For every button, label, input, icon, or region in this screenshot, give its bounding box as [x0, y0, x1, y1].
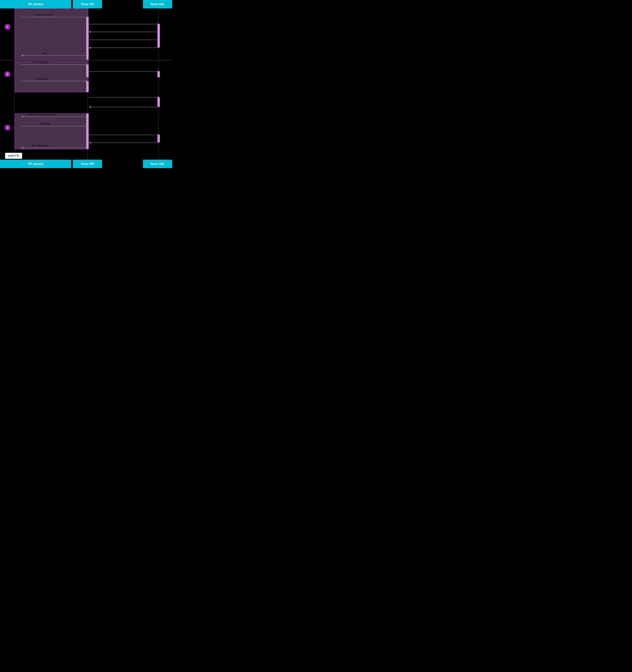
section1-bg: [15, 8, 88, 60]
header-tuner-hal-label: Tuner HAL: [150, 3, 165, 6]
header-tuner-hal: Tuner HAL: [143, 0, 172, 8]
arrow-section-event-label: onFilterEvent(SectionEvent): [26, 113, 56, 116]
activation3-tuner-api: [86, 113, 89, 149]
build-psi-box: build PSI: [5, 152, 22, 159]
arrow-hal2-head: [89, 31, 91, 33]
arrow-hal3-line: [89, 40, 158, 40]
arrow-hal7-line: [89, 107, 158, 107]
arrow-hal8-line: [89, 135, 158, 135]
step2-circle: 2: [4, 71, 10, 77]
footer-tuner-hal: Tuner HAL: [143, 160, 172, 168]
section3-bg: [15, 113, 88, 149]
activation-black-hal: [157, 97, 160, 107]
arrow-open-filter-line: [21, 17, 87, 17]
step3-circle: 3: [4, 125, 10, 130]
step1-number: 1: [7, 25, 8, 29]
arrow-filter-line: [21, 55, 86, 56]
arrow-read-head: [86, 125, 88, 127]
activation3-tuner-hal: [157, 135, 160, 143]
header-bar: TIS section Tuner API Tuner HAL: [0, 0, 172, 8]
arrow-hal4-head: [89, 47, 91, 49]
arrow-output-head: [21, 147, 23, 149]
activation2b-tuner-api: [86, 81, 89, 92]
arrow-hal9-line: [89, 143, 158, 143]
header-tis: TIS section: [0, 0, 71, 8]
activation2-tuner-api: [86, 65, 89, 77]
footer-tis-label: TIS section: [28, 162, 43, 166]
diagram-container: TIS section Tuner API Tuner HAL 1 Tuner.…: [0, 0, 172, 168]
arrow-hal7-head: [89, 106, 91, 108]
activation1-tuner-hal: [157, 24, 160, 48]
arrow-hal4-line: [89, 48, 158, 48]
arrow-output-label: filter output data: [31, 144, 49, 147]
footer-tuner-hal-label: Tuner HAL: [150, 162, 165, 166]
arrow-section-event-line: [21, 117, 86, 117]
activation2-tuner-hal: [157, 71, 160, 77]
step3-number: 3: [7, 126, 8, 129]
arrow-configure-label: Filter.configure: [32, 61, 48, 64]
arrow-filter-label: Filter: [42, 52, 47, 54]
arrow-section-event-head: [21, 116, 23, 118]
arrow-hal1-line: [89, 24, 158, 24]
arrow-hal5-line: [89, 71, 158, 72]
footer-tuner-api: Tuner API: [73, 160, 102, 168]
arrow-configure-line: [21, 65, 86, 65]
arrow-start-label: Filter.start: [37, 77, 47, 80]
header-tis-label: TIS section: [28, 3, 43, 6]
footer-tuner-api-label: Tuner API: [81, 162, 94, 166]
build-psi-label: build PSI: [8, 154, 19, 157]
arrow-read-line: [21, 126, 86, 126]
arrow-hal9-head: [89, 142, 91, 144]
activation1-tuner-api: [86, 17, 89, 60]
arrow-read-label: Filter.read: [40, 122, 50, 125]
step2-number: 2: [7, 73, 8, 76]
arrow-open-filter-label: Tuner.openFilter: [35, 13, 53, 16]
arrow-output-line: [21, 148, 86, 148]
footer-tis: TIS section: [0, 160, 71, 168]
step1-circle: 1: [4, 24, 10, 30]
arrow-hal6-line: [89, 97, 158, 97]
header-tuner-api: Tuner API: [73, 0, 102, 8]
section2-bg: [15, 61, 88, 92]
arrow-filter-head: [21, 54, 23, 57]
header-tuner-api-label: Tuner API: [81, 3, 94, 6]
arrow-hal2-line: [89, 32, 158, 32]
footer-bar: TIS section Tuner API Tuner HAL: [0, 160, 172, 168]
